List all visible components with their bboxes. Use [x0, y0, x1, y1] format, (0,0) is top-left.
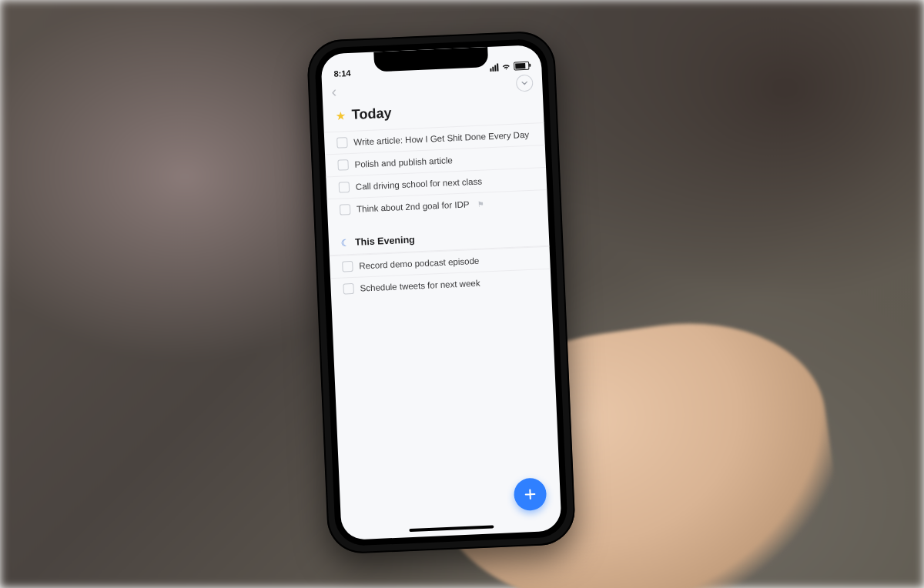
phone-frame: 8:14 ‹ ★ Today Write article: How I Get … [306, 30, 577, 554]
back-button[interactable]: ‹ [331, 84, 337, 99]
checkbox[interactable] [340, 204, 351, 215]
cellular-signal-icon [490, 63, 498, 71]
task-label: Record demo podcast episode [359, 256, 479, 271]
home-indicator[interactable] [409, 525, 494, 532]
status-time: 8:14 [333, 68, 351, 79]
plus-icon [522, 486, 538, 503]
flag-icon: ⚑ [477, 199, 484, 208]
star-icon: ★ [335, 109, 346, 123]
task-label: Polish and publish article [354, 155, 453, 169]
collapse-button[interactable] [516, 75, 534, 92]
wifi-icon [501, 63, 511, 71]
battery-icon [514, 62, 529, 71]
add-task-button[interactable] [514, 477, 547, 511]
task-list-content: Write article: How I Get Shit Done Every… [324, 122, 562, 540]
checkbox[interactable] [336, 137, 348, 149]
checkbox[interactable] [343, 283, 354, 295]
checkbox[interactable] [337, 159, 349, 171]
task-label: Write article: How I Get Shit Done Every… [353, 130, 529, 147]
task-label: Think about 2nd goal for IDP [357, 199, 470, 213]
page-title: Today [351, 105, 392, 123]
phone-screen: 8:14 ‹ ★ Today Write article: How I Get … [320, 45, 561, 540]
task-label: Call driving school for next class [356, 177, 483, 192]
checkbox[interactable] [339, 182, 350, 193]
checkbox[interactable] [342, 261, 353, 272]
task-label: Schedule tweets for next week [360, 279, 480, 293]
chevron-down-icon [521, 79, 528, 87]
moon-icon: ☾ [341, 237, 350, 248]
section-title: This Evening [355, 234, 415, 247]
